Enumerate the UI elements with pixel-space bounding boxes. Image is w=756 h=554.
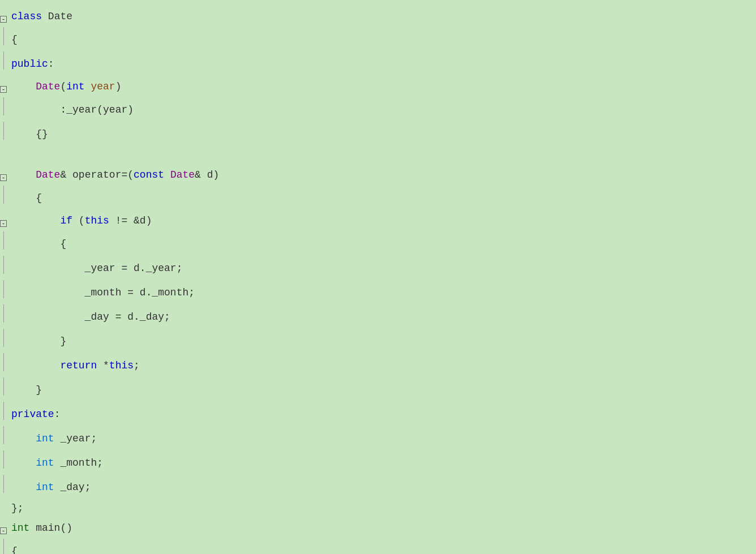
line-content-10: if (this != &d) — [11, 210, 756, 231]
fold-space-11 — [0, 231, 11, 256]
line-content-4: Date(int year) — [11, 76, 756, 97]
line-content-22: }; — [11, 499, 756, 517]
fold-btn-1[interactable]: - — [0, 6, 11, 27]
code-line-23: - int main() — [0, 517, 756, 539]
code-line-10: - if (this != &d) — [0, 210, 756, 231]
fold-space-21 — [0, 475, 11, 499]
code-line-6: {} — [0, 122, 756, 146]
line-content-23: int main() — [11, 517, 756, 539]
code-line-19: int _year; — [0, 426, 756, 450]
fold-btn-4[interactable]: - — [0, 76, 11, 97]
line-content-5: :_year(year) — [11, 97, 756, 122]
code-line-21: int _day; — [0, 475, 756, 499]
code-line-2: { — [0, 27, 756, 51]
code-line-14: _day = d._day; — [0, 304, 756, 329]
code-line-18: private: — [0, 402, 756, 426]
fold-space-9 — [0, 186, 11, 210]
line-content-7 — [11, 146, 756, 164]
line-content-16: return *this; — [11, 353, 756, 377]
line-content-19: int _year; — [11, 426, 756, 450]
code-line-7 — [0, 146, 756, 164]
fold-space-20 — [0, 450, 11, 475]
fold-space-7 — [0, 146, 11, 164]
fold-space-6 — [0, 122, 11, 146]
code-line-20: int _month; — [0, 450, 756, 475]
fold-space-13 — [0, 280, 11, 304]
fold-space-15 — [0, 329, 11, 353]
fold-btn-8[interactable]: - — [0, 164, 11, 186]
line-content-11: { — [11, 231, 756, 256]
code-line-9: { — [0, 186, 756, 210]
code-line-13: _month = d._month; — [0, 280, 756, 304]
code-line-8: - Date& operator=(const Date& d) — [0, 164, 756, 186]
line-content-20: int _month; — [11, 450, 756, 475]
line-content-3: public: — [11, 51, 756, 76]
line-content-8: Date& operator=(const Date& d) — [11, 164, 756, 186]
line-content-6: {} — [11, 122, 756, 146]
code-line-16: return *this; — [0, 353, 756, 377]
fold-space-24 — [0, 539, 11, 554]
code-line-17: } — [0, 377, 756, 402]
line-content-13: _month = d._month; — [11, 280, 756, 304]
code-line-11: { — [0, 231, 756, 256]
fold-space-16 — [0, 353, 11, 377]
line-content-24: { — [11, 539, 756, 554]
code-line-4: - Date(int year) — [0, 76, 756, 97]
fold-btn-23[interactable]: - — [0, 517, 11, 539]
line-content-21: int _day; — [11, 475, 756, 499]
code-line-22: }; — [0, 499, 756, 517]
line-content-2: { — [11, 27, 756, 51]
line-content-15: } — [11, 329, 756, 353]
code-line-15: } — [0, 329, 756, 353]
line-content-17: } — [11, 377, 756, 402]
code-line-3: public: — [0, 51, 756, 76]
fold-btn-10[interactable]: - — [0, 210, 11, 231]
code-line-24: { — [0, 539, 756, 554]
fold-space-12 — [0, 256, 11, 280]
fold-space-14 — [0, 304, 11, 329]
line-content-9: { — [11, 186, 756, 210]
fold-space-5 — [0, 97, 11, 122]
fold-space-3 — [0, 51, 11, 76]
fold-space-17 — [0, 377, 11, 402]
line-content-1: class Date — [11, 6, 756, 27]
fold-space-22 — [0, 499, 11, 517]
code-line-5: :_year(year) — [0, 97, 756, 122]
line-content-14: _day = d._day; — [11, 304, 756, 329]
code-editor: - class Date { public: - Date(int year) … — [0, 0, 756, 554]
fold-space-18 — [0, 402, 11, 426]
line-content-12: _year = d._year; — [11, 256, 756, 280]
code-line-1: - class Date — [0, 6, 756, 27]
fold-space-19 — [0, 426, 11, 450]
line-content-18: private: — [11, 402, 756, 426]
code-line-12: _year = d._year; — [0, 256, 756, 280]
fold-space-2 — [0, 27, 11, 51]
